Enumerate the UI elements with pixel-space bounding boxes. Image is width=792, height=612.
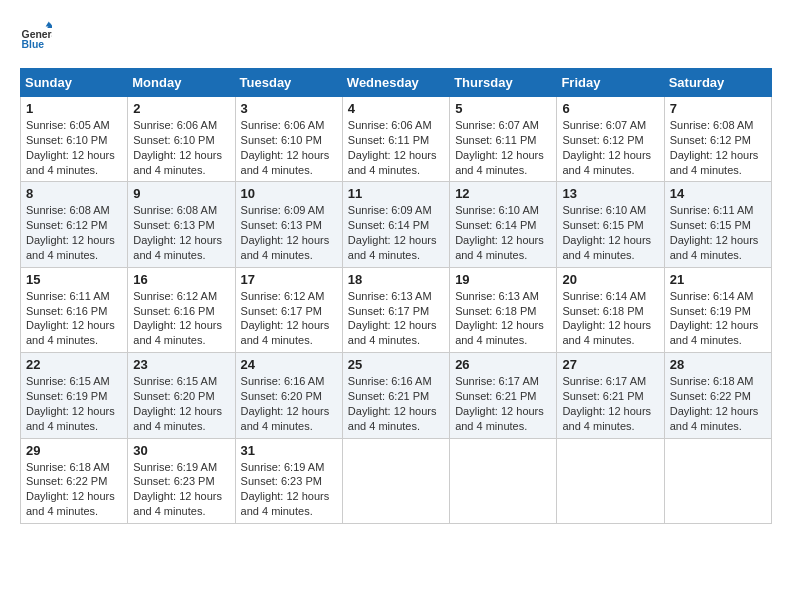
day-info: Sunrise: 6:16 AMSunset: 6:20 PMDaylight:… — [241, 374, 337, 433]
day-info: Sunrise: 6:10 AMSunset: 6:14 PMDaylight:… — [455, 203, 551, 262]
day-number: 2 — [133, 101, 229, 116]
day-info: Sunrise: 6:19 AMSunset: 6:23 PMDaylight:… — [241, 460, 337, 519]
day-number: 10 — [241, 186, 337, 201]
calendar-cell: 18 Sunrise: 6:13 AMSunset: 6:17 PMDaylig… — [342, 267, 449, 352]
calendar-week-row: 29 Sunrise: 6:18 AMSunset: 6:22 PMDaylig… — [21, 438, 772, 523]
calendar-cell: 20 Sunrise: 6:14 AMSunset: 6:18 PMDaylig… — [557, 267, 664, 352]
calendar-cell: 9 Sunrise: 6:08 AMSunset: 6:13 PMDayligh… — [128, 182, 235, 267]
day-number: 6 — [562, 101, 658, 116]
day-info: Sunrise: 6:09 AMSunset: 6:14 PMDaylight:… — [348, 203, 444, 262]
page-header: General Blue — [20, 20, 772, 52]
calendar-cell: 7 Sunrise: 6:08 AMSunset: 6:12 PMDayligh… — [664, 97, 771, 182]
day-info: Sunrise: 6:06 AMSunset: 6:10 PMDaylight:… — [133, 118, 229, 177]
day-number: 27 — [562, 357, 658, 372]
calendar-cell: 19 Sunrise: 6:13 AMSunset: 6:18 PMDaylig… — [450, 267, 557, 352]
day-info: Sunrise: 6:14 AMSunset: 6:19 PMDaylight:… — [670, 289, 766, 348]
day-number: 12 — [455, 186, 551, 201]
day-number: 29 — [26, 443, 122, 458]
day-info: Sunrise: 6:07 AMSunset: 6:12 PMDaylight:… — [562, 118, 658, 177]
calendar-cell: 12 Sunrise: 6:10 AMSunset: 6:14 PMDaylig… — [450, 182, 557, 267]
weekday-header: Saturday — [664, 69, 771, 97]
calendar-cell: 11 Sunrise: 6:09 AMSunset: 6:14 PMDaylig… — [342, 182, 449, 267]
day-info: Sunrise: 6:06 AMSunset: 6:10 PMDaylight:… — [241, 118, 337, 177]
calendar-cell — [557, 438, 664, 523]
day-number: 5 — [455, 101, 551, 116]
calendar-cell — [664, 438, 771, 523]
calendar-cell: 25 Sunrise: 6:16 AMSunset: 6:21 PMDaylig… — [342, 353, 449, 438]
day-info: Sunrise: 6:19 AMSunset: 6:23 PMDaylight:… — [133, 460, 229, 519]
calendar-cell: 28 Sunrise: 6:18 AMSunset: 6:22 PMDaylig… — [664, 353, 771, 438]
day-info: Sunrise: 6:08 AMSunset: 6:12 PMDaylight:… — [670, 118, 766, 177]
calendar-cell: 13 Sunrise: 6:10 AMSunset: 6:15 PMDaylig… — [557, 182, 664, 267]
calendar-cell: 21 Sunrise: 6:14 AMSunset: 6:19 PMDaylig… — [664, 267, 771, 352]
logo: General Blue — [20, 20, 52, 52]
day-info: Sunrise: 6:12 AMSunset: 6:17 PMDaylight:… — [241, 289, 337, 348]
day-number: 31 — [241, 443, 337, 458]
day-number: 22 — [26, 357, 122, 372]
day-number: 24 — [241, 357, 337, 372]
calendar-cell: 6 Sunrise: 6:07 AMSunset: 6:12 PMDayligh… — [557, 97, 664, 182]
weekday-header: Sunday — [21, 69, 128, 97]
svg-text:General: General — [22, 29, 52, 40]
day-number: 8 — [26, 186, 122, 201]
calendar-cell: 22 Sunrise: 6:15 AMSunset: 6:19 PMDaylig… — [21, 353, 128, 438]
day-number: 20 — [562, 272, 658, 287]
calendar-week-row: 22 Sunrise: 6:15 AMSunset: 6:19 PMDaylig… — [21, 353, 772, 438]
calendar-cell: 24 Sunrise: 6:16 AMSunset: 6:20 PMDaylig… — [235, 353, 342, 438]
calendar-cell: 4 Sunrise: 6:06 AMSunset: 6:11 PMDayligh… — [342, 97, 449, 182]
day-info: Sunrise: 6:15 AMSunset: 6:20 PMDaylight:… — [133, 374, 229, 433]
calendar-header-row: SundayMondayTuesdayWednesdayThursdayFrid… — [21, 69, 772, 97]
day-info: Sunrise: 6:14 AMSunset: 6:18 PMDaylight:… — [562, 289, 658, 348]
day-number: 13 — [562, 186, 658, 201]
day-info: Sunrise: 6:08 AMSunset: 6:13 PMDaylight:… — [133, 203, 229, 262]
weekday-header: Thursday — [450, 69, 557, 97]
calendar-cell — [342, 438, 449, 523]
calendar-cell: 8 Sunrise: 6:08 AMSunset: 6:12 PMDayligh… — [21, 182, 128, 267]
calendar-cell: 23 Sunrise: 6:15 AMSunset: 6:20 PMDaylig… — [128, 353, 235, 438]
day-number: 21 — [670, 272, 766, 287]
day-number: 15 — [26, 272, 122, 287]
day-number: 16 — [133, 272, 229, 287]
calendar-week-row: 8 Sunrise: 6:08 AMSunset: 6:12 PMDayligh… — [21, 182, 772, 267]
calendar-cell: 3 Sunrise: 6:06 AMSunset: 6:10 PMDayligh… — [235, 97, 342, 182]
day-info: Sunrise: 6:11 AMSunset: 6:16 PMDaylight:… — [26, 289, 122, 348]
day-number: 3 — [241, 101, 337, 116]
day-number: 28 — [670, 357, 766, 372]
day-info: Sunrise: 6:18 AMSunset: 6:22 PMDaylight:… — [26, 460, 122, 519]
calendar-cell: 30 Sunrise: 6:19 AMSunset: 6:23 PMDaylig… — [128, 438, 235, 523]
calendar-cell: 2 Sunrise: 6:06 AMSunset: 6:10 PMDayligh… — [128, 97, 235, 182]
day-number: 4 — [348, 101, 444, 116]
calendar-table: SundayMondayTuesdayWednesdayThursdayFrid… — [20, 68, 772, 524]
day-info: Sunrise: 6:17 AMSunset: 6:21 PMDaylight:… — [455, 374, 551, 433]
day-number: 23 — [133, 357, 229, 372]
weekday-header: Monday — [128, 69, 235, 97]
svg-text:Blue: Blue — [22, 39, 45, 50]
calendar-cell: 10 Sunrise: 6:09 AMSunset: 6:13 PMDaylig… — [235, 182, 342, 267]
calendar-cell: 14 Sunrise: 6:11 AMSunset: 6:15 PMDaylig… — [664, 182, 771, 267]
day-number: 30 — [133, 443, 229, 458]
calendar-cell: 1 Sunrise: 6:05 AMSunset: 6:10 PMDayligh… — [21, 97, 128, 182]
calendar-cell: 17 Sunrise: 6:12 AMSunset: 6:17 PMDaylig… — [235, 267, 342, 352]
day-info: Sunrise: 6:07 AMSunset: 6:11 PMDaylight:… — [455, 118, 551, 177]
day-info: Sunrise: 6:11 AMSunset: 6:15 PMDaylight:… — [670, 203, 766, 262]
calendar-week-row: 15 Sunrise: 6:11 AMSunset: 6:16 PMDaylig… — [21, 267, 772, 352]
day-info: Sunrise: 6:12 AMSunset: 6:16 PMDaylight:… — [133, 289, 229, 348]
day-number: 7 — [670, 101, 766, 116]
day-number: 17 — [241, 272, 337, 287]
day-info: Sunrise: 6:17 AMSunset: 6:21 PMDaylight:… — [562, 374, 658, 433]
day-number: 1 — [26, 101, 122, 116]
calendar-week-row: 1 Sunrise: 6:05 AMSunset: 6:10 PMDayligh… — [21, 97, 772, 182]
day-number: 18 — [348, 272, 444, 287]
calendar-cell: 31 Sunrise: 6:19 AMSunset: 6:23 PMDaylig… — [235, 438, 342, 523]
day-number: 25 — [348, 357, 444, 372]
day-info: Sunrise: 6:09 AMSunset: 6:13 PMDaylight:… — [241, 203, 337, 262]
calendar-cell: 16 Sunrise: 6:12 AMSunset: 6:16 PMDaylig… — [128, 267, 235, 352]
calendar-cell — [450, 438, 557, 523]
day-number: 14 — [670, 186, 766, 201]
day-number: 9 — [133, 186, 229, 201]
day-info: Sunrise: 6:15 AMSunset: 6:19 PMDaylight:… — [26, 374, 122, 433]
calendar-cell: 29 Sunrise: 6:18 AMSunset: 6:22 PMDaylig… — [21, 438, 128, 523]
calendar-cell: 26 Sunrise: 6:17 AMSunset: 6:21 PMDaylig… — [450, 353, 557, 438]
day-info: Sunrise: 6:10 AMSunset: 6:15 PMDaylight:… — [562, 203, 658, 262]
day-info: Sunrise: 6:06 AMSunset: 6:11 PMDaylight:… — [348, 118, 444, 177]
